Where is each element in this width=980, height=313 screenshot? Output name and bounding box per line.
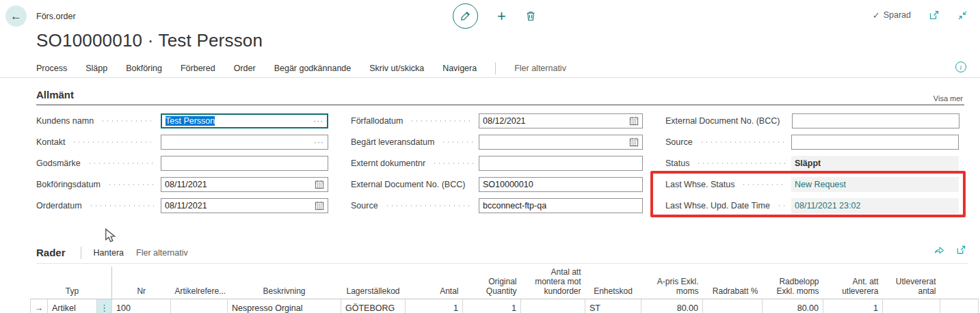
delete-button[interactable] — [525, 10, 536, 22]
cell-ant-att-utleverera[interactable]: 1 — [823, 299, 883, 313]
ribbon-item-process[interactable]: Process — [36, 64, 67, 73]
field-kundens-namn: Kundens namn Test Persson ··· — [36, 113, 328, 128]
collapse-arrows-icon — [957, 10, 968, 21]
external-document-no-bcc-input[interactable]: SO10000010 — [479, 177, 643, 192]
dotted-leader — [410, 120, 473, 122]
calendar-icon[interactable] — [315, 180, 324, 189]
cell-artikelreferens[interactable] — [171, 299, 228, 313]
cell-original-quantity[interactable]: 1 — [463, 299, 521, 313]
field-label: Source — [351, 201, 378, 210]
ribbon-divider — [495, 62, 496, 74]
lines-more-options[interactable]: Fler alternativ — [136, 248, 188, 258]
lines-manage-button[interactable]: Hantera — [94, 248, 124, 258]
open-in-new-window-button[interactable] — [929, 10, 940, 21]
begart-leveransdatum-input[interactable] — [479, 135, 643, 150]
field-last-whse-upd-date-time: Last Whse. Upd. Date Time 08/11/2021 23:… — [665, 198, 959, 213]
forfallodatum-input[interactable]: 08/12/2021 — [479, 113, 643, 128]
general-section-header: Allmänt Visa mer — [36, 88, 964, 105]
grid-header-original-quantity[interactable]: Original Quantity — [463, 267, 521, 299]
grid-header-enhetskod[interactable]: Enhetskod — [585, 267, 641, 299]
collapse-button[interactable] — [957, 10, 968, 21]
field-label: Last Whse. Status — [665, 180, 734, 189]
external-document-no-bcc-2-input[interactable] — [792, 113, 959, 128]
field-godsmarke: Godsmärke — [36, 156, 328, 171]
field-label: Godsmärke — [36, 159, 81, 168]
cell-beskrivning[interactable]: Nespresso Orginal — [228, 299, 341, 313]
grid-header-nr[interactable]: Nr — [112, 267, 171, 299]
source-2-input[interactable] — [791, 135, 959, 150]
cell-radrabatt[interactable] — [703, 299, 763, 313]
externt-dokumentnr-input[interactable] — [479, 156, 643, 171]
field-value: 08/11/2021 — [165, 201, 207, 210]
field-status: Status Släppt — [665, 156, 959, 171]
open-lines-in-new-window-icon[interactable] — [956, 245, 966, 255]
grid-header-antal-att-montera[interactable]: Antal att montera mot kundorder — [521, 267, 585, 299]
calendar-icon[interactable] — [629, 137, 639, 147]
back-button[interactable]: ← — [5, 5, 27, 27]
dotted-leader — [741, 184, 786, 185]
ribbon-more-options[interactable]: Fler alternativ — [514, 64, 566, 73]
kontakt-input[interactable]: ··· — [161, 135, 328, 150]
bokforingsdatum-input[interactable]: 08/11/2021 — [161, 177, 328, 192]
ribbon-item-order[interactable]: Order — [234, 64, 256, 73]
show-more-link[interactable]: Visa mer — [933, 94, 963, 103]
field-externt-dokumentnr: Externt dokumentnr — [351, 156, 643, 171]
field-label: Förfallodatum — [351, 116, 403, 126]
last-whse-upd-date-time-value[interactable]: 08/11/2021 23:02 — [791, 198, 959, 213]
edit-button[interactable] — [453, 3, 478, 29]
field-value: 08/12/2021 — [483, 116, 526, 126]
ribbon-item-forbered[interactable]: Förbered — [181, 64, 215, 73]
assist-edit-icon[interactable]: ··· — [313, 116, 323, 126]
field-orderdatum: Orderdatum 08/11/2021 — [36, 198, 328, 213]
kundens-namn-input[interactable]: Test Persson ··· — [161, 113, 328, 128]
cell-enhetskod[interactable]: ST — [585, 299, 641, 313]
dotted-leader — [72, 141, 155, 143]
top-bar: ← Förs.order + — [0, 0, 980, 33]
cell-antal-att-montera[interactable] — [521, 299, 585, 313]
grid-header-ant-att-utleverera[interactable]: Ant. att utleverera — [823, 267, 883, 299]
new-button[interactable]: + — [497, 9, 506, 24]
last-whse-status-value[interactable]: New Request — [791, 177, 959, 192]
cell-antal[interactable]: 1 — [406, 299, 463, 313]
grid-header-filler — [940, 267, 979, 299]
grid-header-beskrivning[interactable]: Beskrivning — [228, 267, 341, 299]
grid-header-artikelreferens[interactable]: Artikelrefere... — [171, 267, 228, 299]
lines-section-title: Rader — [36, 247, 66, 258]
grid-header-typ[interactable]: Typ — [48, 267, 97, 299]
godsmarke-input[interactable] — [161, 156, 328, 171]
cell-a-pris[interactable]: 80.00 — [641, 299, 703, 313]
field-kontakt: Kontakt ··· — [36, 135, 328, 150]
field-label: Status — [665, 159, 689, 168]
save-status-label: Sparad — [884, 10, 911, 20]
grid-header-radrabatt[interactable]: Radrabatt % — [703, 267, 763, 299]
dotted-leader — [696, 163, 786, 164]
info-icon[interactable]: i — [955, 62, 966, 72]
ribbon-item-begar-godkannande[interactable]: Begär godkännande — [274, 64, 352, 73]
grid-header-radbelopp[interactable]: Radbelopp Exkl. moms — [763, 267, 823, 299]
cell-radbelopp[interactable]: 80.00 — [763, 299, 823, 313]
ribbon-item-bokforing[interactable]: Bokföring — [126, 64, 162, 73]
dotted-leader — [777, 205, 786, 206]
grid-header-utlevererat-antal[interactable]: Utlevererat antal — [883, 267, 940, 299]
general-fields-column-3: External Document No. (BCC) Source Statu… — [665, 113, 959, 213]
calendar-icon[interactable] — [629, 116, 639, 126]
dotted-leader — [441, 141, 473, 143]
ribbon-item-skriv-ut-skicka[interactable]: Skriv ut/skicka — [369, 64, 424, 73]
cell-nr[interactable]: 100 — [112, 299, 171, 313]
cell-typ[interactable]: Artikel — [48, 299, 97, 313]
lines-divider — [81, 247, 81, 259]
grid-header-lagerstallekod[interactable]: Lagerställekod — [341, 267, 406, 299]
grid-header-a-pris[interactable]: A-pris Exkl. moms — [641, 267, 703, 299]
orderdatum-input[interactable]: 08/11/2021 — [161, 198, 328, 213]
window-actions: ✓ Sparad — [873, 10, 968, 21]
calendar-icon[interactable] — [315, 201, 324, 210]
share-icon[interactable] — [933, 245, 945, 255]
ribbon-item-slapp[interactable]: Släpp — [85, 64, 107, 73]
cell-utlevererat-antal[interactable] — [883, 299, 940, 313]
source-input[interactable]: bcconnect-ftp-qa — [479, 198, 643, 213]
ribbon-item-navigera[interactable]: Navigera — [442, 64, 477, 73]
assist-edit-icon[interactable]: ··· — [314, 137, 324, 147]
cell-lagerstallekod[interactable]: GÖTEBORG — [341, 299, 406, 313]
grid-header-antal[interactable]: Antal — [406, 267, 463, 299]
row-menu-icon[interactable]: ⋮ — [97, 299, 112, 313]
